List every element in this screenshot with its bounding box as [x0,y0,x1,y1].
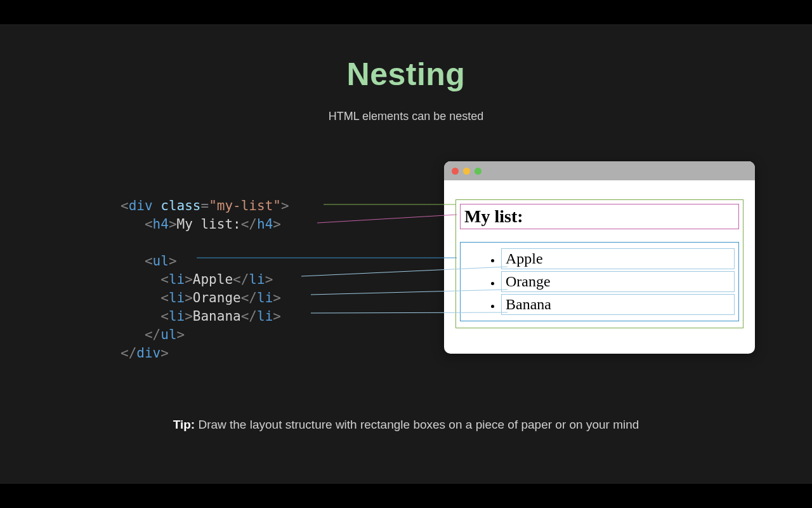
li-box: Orange [501,271,735,292]
li-box: Apple [501,248,735,269]
close-icon [452,168,459,175]
h4-box: My list: [460,204,739,229]
preview-heading: My list: [464,206,735,227]
svg-line-1 [317,215,457,223]
code-block: <div class="my-list"> <h4>My list:</h4> … [121,197,289,363]
tip-label: Tip: [173,418,199,431]
div-box: My list: Apple Orange Banana [455,199,743,328]
minimize-icon [463,168,470,175]
tip-line: Tip: Draw the layout structure with rect… [0,418,812,432]
slide: Nesting HTML elements can be nested <div… [0,24,812,484]
browser-titlebar [444,161,755,180]
ul-box: Apple Orange Banana [460,242,739,321]
tip-text: Draw the layout structure with rectangle… [198,418,639,431]
list-item: Orange [501,271,735,292]
list-item: Banana [501,294,735,315]
li-box: Banana [501,294,735,315]
slide-title: Nesting [0,56,812,93]
slide-subtitle: HTML elements can be nested [0,110,812,123]
list-item: Apple [501,248,735,269]
browser-body: My list: Apple Orange Banana [444,180,755,354]
browser-window: My list: Apple Orange Banana [444,161,755,354]
preview-list: Apple Orange Banana [464,248,735,315]
maximize-icon [475,168,481,175]
